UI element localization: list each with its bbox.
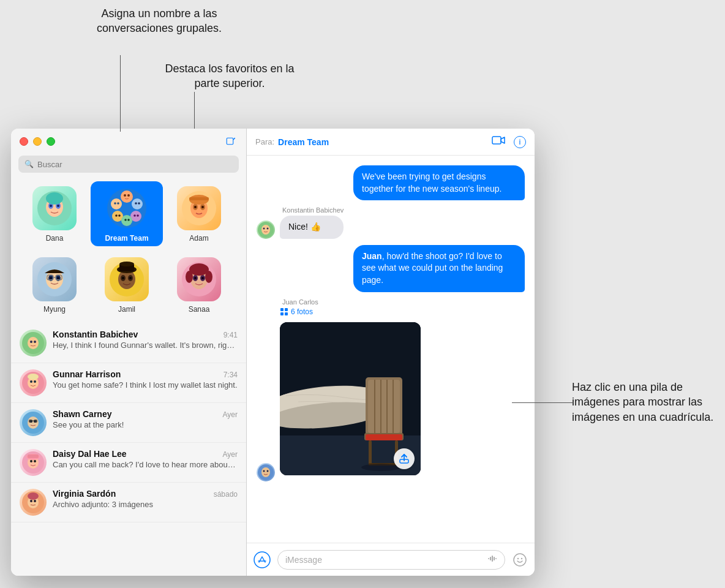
- search-bar[interactable]: 🔍: [18, 156, 239, 173]
- messages-window: 🔍: [11, 129, 535, 576]
- svg-rect-101: [285, 308, 288, 311]
- svg-point-25: [137, 214, 139, 217]
- avatar-dana: [32, 186, 77, 230]
- avatar-vs: [20, 489, 47, 516]
- conversation-item-vs[interactable]: Virginia Sardón sábado Archivo adjunto: …: [11, 483, 246, 522]
- svg-point-131: [517, 557, 519, 559]
- svg-point-89: [34, 500, 36, 502]
- avatar-kb-msg: [257, 221, 275, 239]
- chat-recipient-name: Dream Team: [278, 137, 329, 147]
- svg-point-24: [133, 214, 136, 217]
- message-sent-2: Juan, how'd the shoot go? I'd love to se…: [257, 245, 525, 292]
- compose-icon: [225, 137, 236, 148]
- svg-rect-36: [189, 197, 209, 200]
- favorite-myung[interactable]: Myung: [18, 252, 91, 317]
- svg-point-132: [521, 557, 522, 559]
- emoji-icon: [513, 552, 527, 567]
- svg-point-95: [267, 227, 269, 229]
- favorite-dana-label: Dana: [46, 234, 64, 243]
- fullscreen-button[interactable]: [47, 137, 55, 146]
- svg-point-27: [124, 219, 127, 221]
- msg-group-sent-1: We've been trying to get designs togethe…: [353, 165, 525, 200]
- emoji-button[interactable]: [511, 551, 528, 568]
- favorite-sanaa[interactable]: Sanaa: [163, 252, 235, 317]
- info-button[interactable]: i: [514, 136, 526, 148]
- photo-label: 6 fotos: [280, 307, 427, 316]
- svg-rect-125: [488, 558, 489, 559]
- svg-rect-126: [490, 557, 491, 560]
- favorite-dana[interactable]: Dana: [18, 181, 91, 246]
- grid-icon: [280, 307, 288, 316]
- conv-header-kb: Konstantin Babichev 9:41: [53, 330, 238, 339]
- conversation-item-kb[interactable]: Konstantin Babichev 9:41 Hey, I think I …: [11, 323, 246, 363]
- message-sent-1: We've been trying to get designs togethe…: [257, 165, 525, 200]
- svg-point-97: [261, 467, 270, 477]
- photo-stack[interactable]: [280, 322, 427, 481]
- app-store-button[interactable]: [253, 551, 271, 569]
- compose-button[interactable]: [224, 135, 238, 149]
- photo-main[interactable]: [280, 322, 421, 475]
- favorite-dreamteam[interactable]: Dream Team: [91, 181, 163, 246]
- conv-content-sc: Shawn Carney Ayer See you at the park!: [53, 409, 238, 429]
- memoji-sanaa: [181, 261, 217, 298]
- svg-point-67: [34, 341, 36, 343]
- memoji-kb-small: [21, 331, 45, 355]
- svg-point-8: [57, 205, 59, 207]
- msg-group-jc: Juan Carlos 6 fotos: [280, 298, 427, 481]
- favorite-adam[interactable]: Adam: [163, 181, 235, 246]
- svg-point-99: [267, 470, 269, 472]
- conv-name-vs: Virginia Sardón: [53, 489, 116, 499]
- svg-point-22: [118, 214, 121, 217]
- memoji-vs-small: [21, 491, 45, 514]
- avatar-myung: [32, 257, 77, 301]
- annotation-line-1: [120, 55, 121, 132]
- conv-content-dl: Daisy Dal Hae Lee Ayer Can you call me b…: [53, 449, 238, 469]
- svg-point-19: [138, 202, 140, 205]
- conversation-item-dl[interactable]: Daisy Dal Hae Lee Ayer Can you call me b…: [11, 443, 246, 483]
- conversation-item-gh[interactable]: Gunnar Harrison 7:34 You get home safe? …: [11, 363, 246, 403]
- memoji-dana: [36, 190, 73, 227]
- annotation-favorites: Destaca los favoritos en la parte superi…: [162, 61, 297, 91]
- memoji-jc-msg: [257, 464, 274, 481]
- conversation-item-sc[interactable]: Shawn Carney Ayer See you at the park!: [11, 403, 246, 443]
- memoji-gh-small: [21, 371, 45, 394]
- conv-preview-dl: Can you call me back? I'd love to hear m…: [53, 460, 238, 469]
- annotation-photo-stack: Haz clic en una pila de imágenes para mo…: [572, 380, 719, 424]
- search-icon: 🔍: [24, 160, 34, 168]
- message-input-field[interactable]: iMessage: [277, 550, 505, 570]
- svg-rect-78: [34, 420, 37, 423]
- message-received-jc: Juan Carlos 6 fotos: [257, 298, 525, 481]
- search-input[interactable]: [37, 160, 233, 169]
- sidebar: 🔍: [11, 129, 247, 576]
- svg-point-21: [115, 214, 118, 217]
- video-call-button[interactable]: [492, 135, 505, 148]
- sender-name-kb: Konstantin Babichev: [282, 206, 344, 214]
- svg-rect-127: [492, 556, 493, 562]
- msg-group-sent-2: Juan, how'd the shoot go? I'd love to se…: [353, 245, 525, 292]
- svg-rect-102: [280, 312, 284, 315]
- conv-header-gh: Gunnar Harrison 7:34: [53, 369, 238, 379]
- svg-point-50: [122, 277, 124, 279]
- bubble-sent-2-text: Juan, how'd the shoot go? I'd love to se…: [362, 251, 503, 285]
- favorite-jamil-label: Jamil: [118, 305, 135, 314]
- conv-preview-gh: You get home safe? I think I lost my wal…: [53, 380, 238, 390]
- favorite-jamil[interactable]: Jamil: [91, 252, 163, 317]
- memoji-dreamteam: [105, 187, 148, 230]
- svg-point-54: [119, 262, 134, 266]
- msg-group-kb: Konstantin Babichev Nice! 👍: [280, 206, 344, 239]
- chat-header: Para: Dream Team i: [247, 129, 535, 156]
- memoji-jamil: [108, 261, 145, 298]
- photo-share-button[interactable]: [394, 448, 415, 469]
- minimize-button[interactable]: [33, 137, 42, 146]
- avatar-dreamteam: [105, 186, 149, 230]
- svg-point-83: [34, 460, 36, 462]
- waveform-icon: [487, 554, 497, 564]
- svg-rect-129: [495, 558, 497, 559]
- bubble-kb-text: Nice! 👍: [288, 222, 321, 232]
- svg-point-12: [124, 194, 126, 197]
- svg-rect-0: [227, 138, 233, 145]
- close-button[interactable]: [20, 137, 28, 146]
- conv-time-dl: Ayer: [223, 450, 238, 459]
- avatar-dl: [20, 449, 47, 476]
- audio-input-button[interactable]: [487, 554, 497, 565]
